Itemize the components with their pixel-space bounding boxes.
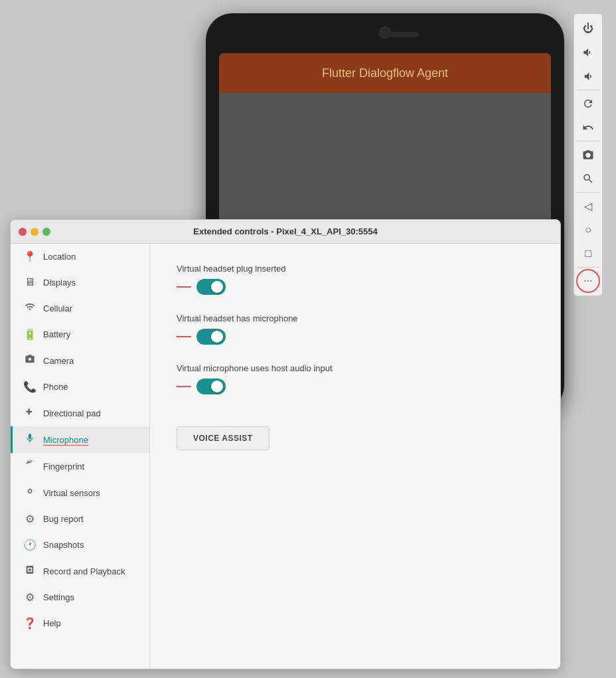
sidebar-item-displays[interactable]: 🖥 Displays xyxy=(11,270,149,295)
back-button[interactable]: ◁ xyxy=(576,194,600,218)
sidebar-label-directional-pad: Directional pad xyxy=(43,408,101,418)
sidebar-item-camera[interactable]: Camera xyxy=(11,347,149,374)
sidebar-item-virtual-sensors[interactable]: Virtual sensors xyxy=(11,479,149,506)
app-title: Flutter Dialogflow Agent xyxy=(322,66,448,80)
sidebar-label-settings: Settings xyxy=(43,592,74,602)
toggle-row-headset-mic: Virtual headset has microphone xyxy=(177,313,534,345)
divider2 xyxy=(577,141,599,141)
sidebar: 📍 Location 🖥 Displays Cellular 🔋 Battery xyxy=(11,244,150,669)
more-button[interactable]: ··· xyxy=(576,269,600,293)
sidebar-item-bug-report[interactable]: ⚙ Bug report xyxy=(11,506,149,532)
phone-speaker xyxy=(378,32,418,37)
toggle-track-2[interactable] xyxy=(196,329,226,345)
battery-icon: 🔋 xyxy=(23,328,37,341)
rotate-right-button[interactable] xyxy=(576,92,600,116)
window-close-button[interactable] xyxy=(19,228,27,236)
sidebar-item-settings[interactable]: ⚙ Settings xyxy=(11,584,149,610)
toggle-headset-mic[interactable] xyxy=(196,329,226,345)
phone-icon: 📞 xyxy=(23,381,37,393)
fingerprint-icon xyxy=(23,460,37,473)
window-minimize-button[interactable] xyxy=(31,228,38,236)
toggle-thumb-1 xyxy=(211,281,223,293)
cellular-icon xyxy=(23,301,37,315)
sidebar-item-location[interactable]: 📍 Location xyxy=(11,244,149,270)
sidebar-item-battery[interactable]: 🔋 Battery xyxy=(11,321,149,347)
controls-body: 📍 Location 🖥 Displays Cellular 🔋 Battery xyxy=(11,244,560,669)
main-content: Virtual headset plug inserted Virtual he… xyxy=(150,244,560,669)
sidebar-item-help[interactable]: ❓ Help xyxy=(11,610,149,636)
sidebar-item-snapshots[interactable]: 🕐 Snapshots xyxy=(11,532,149,558)
zoom-button[interactable] xyxy=(576,167,600,191)
toggle-headset-plug[interactable] xyxy=(196,279,226,295)
voice-assist-button[interactable]: VOICE ASSIST xyxy=(177,426,270,450)
toggle-label-headset-plug: Virtual headset plug inserted xyxy=(177,264,534,274)
toggle-host-audio[interactable] xyxy=(196,379,226,394)
sidebar-label-bug-report: Bug report xyxy=(43,514,84,524)
displays-icon: 🖥 xyxy=(23,276,37,288)
snapshots-icon: 🕐 xyxy=(23,539,37,551)
extended-controls-window: Extended controls - Pixel_4_XL_API_30:55… xyxy=(10,219,561,669)
recents-button[interactable]: □ xyxy=(576,242,600,266)
sidebar-label-record-playback: Record and Playback xyxy=(43,566,125,576)
volume-up-button[interactable] xyxy=(576,41,600,64)
toggle-row-headset-plug: Virtual headset plug inserted xyxy=(177,264,534,295)
sidebar-item-cellular[interactable]: Cellular xyxy=(11,295,149,321)
help-icon: ❓ xyxy=(23,617,37,630)
sidebar-label-location: Location xyxy=(43,252,76,262)
rotate-left-button[interactable] xyxy=(576,116,600,139)
window-controls xyxy=(19,228,50,236)
sidebar-item-directional-pad[interactable]: Directional pad xyxy=(11,400,149,426)
right-toolbar: ⏻ ◁ ○ □ ··· xyxy=(574,13,603,296)
toggle-label-host-audio: Virtual microphone uses host audio input xyxy=(177,363,534,373)
record-playback-icon xyxy=(23,564,37,578)
sidebar-item-microphone[interactable]: Microphone xyxy=(11,426,149,453)
sidebar-item-record-playback[interactable]: Record and Playback xyxy=(11,558,149,584)
toggle-track-3[interactable] xyxy=(196,379,226,394)
sidebar-label-snapshots: Snapshots xyxy=(43,540,84,550)
toggle-row-host-audio: Virtual microphone uses host audio input xyxy=(177,363,534,394)
sidebar-label-camera: Camera xyxy=(43,356,74,366)
volume-down-button[interactable] xyxy=(576,64,600,88)
power-button[interactable]: ⏻ xyxy=(576,17,600,41)
divider4 xyxy=(577,267,599,268)
microphone-icon xyxy=(23,433,37,446)
app-header: Flutter Dialogflow Agent xyxy=(219,53,551,93)
sidebar-label-help: Help xyxy=(43,618,61,628)
bug-report-icon: ⚙ xyxy=(23,513,37,525)
divider3 xyxy=(577,192,599,193)
settings-icon: ⚙ xyxy=(23,591,37,604)
toggle-label-headset-mic: Virtual headset has microphone xyxy=(177,313,534,323)
divider1 xyxy=(577,90,599,90)
arrow-indicator-3 xyxy=(177,386,191,387)
toggle-track-1[interactable] xyxy=(196,279,226,295)
window-maximize-button[interactable] xyxy=(42,228,50,236)
directional-pad-icon xyxy=(23,406,37,420)
toggle-thumb-2 xyxy=(211,331,223,343)
arrow-indicator-1 xyxy=(177,286,191,288)
camera-icon xyxy=(23,354,37,367)
sidebar-label-cellular: Cellular xyxy=(43,303,72,313)
location-icon: 📍 xyxy=(23,250,37,263)
sidebar-item-fingerprint[interactable]: Fingerprint xyxy=(11,453,149,479)
home-button[interactable]: ○ xyxy=(576,218,600,242)
window-title: Extended controls - Pixel_4_XL_API_30:55… xyxy=(193,226,377,236)
sidebar-label-battery: Battery xyxy=(43,329,70,339)
sidebar-label-fingerprint: Fingerprint xyxy=(43,462,84,471)
arrow-indicator-2 xyxy=(177,336,191,337)
sidebar-label-microphone: Microphone xyxy=(43,435,88,445)
screenshot-button[interactable] xyxy=(576,143,600,167)
toggle-thumb-3 xyxy=(211,381,223,392)
sidebar-label-displays: Displays xyxy=(43,278,76,288)
sidebar-item-phone[interactable]: 📞 Phone xyxy=(11,374,149,400)
window-titlebar: Extended controls - Pixel_4_XL_API_30:55… xyxy=(11,220,560,244)
sidebar-label-virtual-sensors: Virtual sensors xyxy=(43,488,100,498)
virtual-sensors-icon xyxy=(23,486,37,499)
sidebar-label-phone: Phone xyxy=(43,382,68,392)
